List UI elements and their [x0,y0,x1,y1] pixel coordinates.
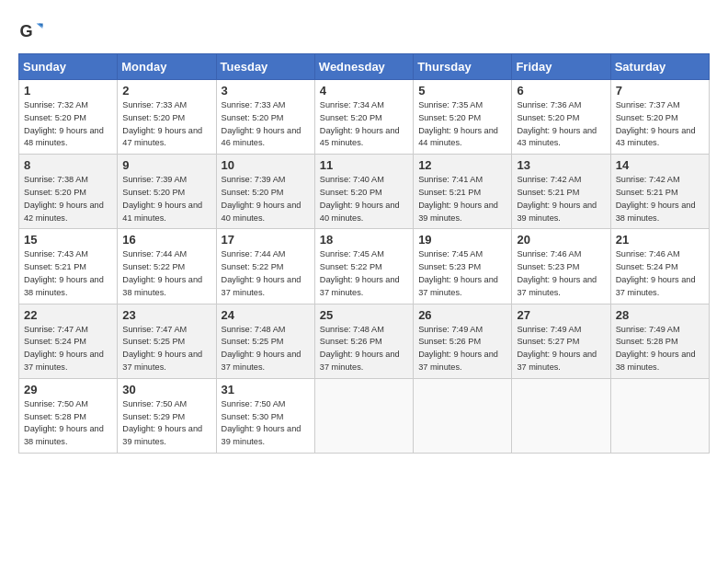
day-info: Sunrise: 7:39 AM Sunset: 5:20 PM Dayligh… [222,174,310,224]
day-number: 26 [418,308,506,322]
calendar-table: SundayMondayTuesdayWednesdayThursdayFrid… [18,53,710,454]
day-number: 6 [517,84,605,98]
weekday-header: Monday [118,54,216,80]
calendar-cell: 10 Sunrise: 7:39 AM Sunset: 5:20 PM Dayl… [216,155,314,229]
day-info: Sunrise: 7:42 AM Sunset: 5:21 PM Dayligh… [517,174,605,224]
day-number: 18 [320,233,408,247]
calendar-cell: 26 Sunrise: 7:49 AM Sunset: 5:26 PM Dayl… [414,304,512,378]
day-number: 23 [122,308,210,322]
day-info: Sunrise: 7:36 AM Sunset: 5:20 PM Dayligh… [517,99,605,150]
calendar-cell: 5 Sunrise: 7:35 AM Sunset: 5:20 PM Dayli… [414,80,512,155]
day-info: Sunrise: 7:39 AM Sunset: 5:20 PM Dayligh… [122,174,210,224]
day-number: 9 [122,158,210,172]
calendar-cell: 2 Sunrise: 7:33 AM Sunset: 5:20 PM Dayli… [118,80,216,155]
day-number: 17 [222,233,310,247]
calendar-cell: 30 Sunrise: 7:50 AM Sunset: 5:29 PM Dayl… [118,378,216,453]
calendar-cell: 29 Sunrise: 7:50 AM Sunset: 5:28 PM Dayl… [19,378,118,453]
day-info: Sunrise: 7:48 AM Sunset: 5:26 PM Dayligh… [320,324,408,374]
calendar-header-row: SundayMondayTuesdayWednesdayThursdayFrid… [19,54,710,80]
day-number: 8 [24,158,112,172]
calendar-cell: 21 Sunrise: 7:46 AM Sunset: 5:24 PM Dayl… [610,229,709,304]
calendar-cell: 12 Sunrise: 7:41 AM Sunset: 5:21 PM Dayl… [414,155,512,229]
day-info: Sunrise: 7:35 AM Sunset: 5:20 PM Dayligh… [418,99,506,150]
logo: G [18,18,48,44]
day-info: Sunrise: 7:33 AM Sunset: 5:20 PM Dayligh… [222,99,310,150]
day-number: 15 [24,233,112,247]
calendar-cell: 15 Sunrise: 7:43 AM Sunset: 5:21 PM Dayl… [19,229,118,304]
weekday-header: Thursday [414,54,512,80]
day-number: 19 [418,233,506,247]
day-info: Sunrise: 7:50 AM Sunset: 5:30 PM Dayligh… [222,398,310,449]
day-info: Sunrise: 7:49 AM Sunset: 5:27 PM Dayligh… [517,324,605,374]
day-number: 28 [616,308,704,322]
calendar-cell: 31 Sunrise: 7:50 AM Sunset: 5:30 PM Dayl… [216,378,314,453]
calendar-cell: 6 Sunrise: 7:36 AM Sunset: 5:20 PM Dayli… [512,80,610,155]
day-number: 2 [122,84,210,98]
calendar-cell: 1 Sunrise: 7:32 AM Sunset: 5:20 PM Dayli… [19,80,118,155]
calendar-cell: 3 Sunrise: 7:33 AM Sunset: 5:20 PM Dayli… [216,80,314,155]
day-info: Sunrise: 7:33 AM Sunset: 5:20 PM Dayligh… [122,99,210,150]
day-info: Sunrise: 7:45 AM Sunset: 5:23 PM Dayligh… [418,248,506,299]
day-number: 22 [24,308,112,322]
day-number: 7 [616,84,704,98]
day-info: Sunrise: 7:49 AM Sunset: 5:28 PM Dayligh… [616,324,704,374]
calendar-week-row: 8 Sunrise: 7:38 AM Sunset: 5:20 PM Dayli… [19,155,710,229]
svg-text:G: G [19,22,32,40]
calendar-cell: 24 Sunrise: 7:48 AM Sunset: 5:25 PM Dayl… [216,304,314,378]
calendar-cell: 18 Sunrise: 7:45 AM Sunset: 5:22 PM Dayl… [314,229,413,304]
day-number: 11 [320,158,408,172]
day-info: Sunrise: 7:37 AM Sunset: 5:20 PM Dayligh… [616,99,704,150]
day-info: Sunrise: 7:50 AM Sunset: 5:28 PM Dayligh… [24,398,112,449]
day-info: Sunrise: 7:49 AM Sunset: 5:26 PM Dayligh… [418,324,506,374]
day-number: 14 [616,158,704,172]
day-info: Sunrise: 7:47 AM Sunset: 5:25 PM Dayligh… [122,324,210,374]
day-info: Sunrise: 7:47 AM Sunset: 5:24 PM Dayligh… [24,324,112,374]
day-info: Sunrise: 7:46 AM Sunset: 5:24 PM Dayligh… [616,248,704,299]
calendar-cell: 4 Sunrise: 7:34 AM Sunset: 5:20 PM Dayli… [314,80,413,155]
day-number: 10 [222,158,310,172]
calendar-cell: 23 Sunrise: 7:47 AM Sunset: 5:25 PM Dayl… [118,304,216,378]
day-info: Sunrise: 7:38 AM Sunset: 5:20 PM Dayligh… [24,174,112,224]
day-number: 29 [24,383,112,396]
calendar-cell: 27 Sunrise: 7:49 AM Sunset: 5:27 PM Dayl… [512,304,610,378]
calendar-cell [314,378,413,453]
day-number: 4 [320,84,408,98]
calendar-cell: 8 Sunrise: 7:38 AM Sunset: 5:20 PM Dayli… [19,155,118,229]
calendar-cell: 22 Sunrise: 7:47 AM Sunset: 5:24 PM Dayl… [19,304,118,378]
day-number: 3 [222,84,310,98]
calendar-week-row: 1 Sunrise: 7:32 AM Sunset: 5:20 PM Dayli… [19,80,710,155]
calendar-cell: 20 Sunrise: 7:46 AM Sunset: 5:23 PM Dayl… [512,229,610,304]
day-number: 1 [24,84,112,98]
weekday-header: Wednesday [314,54,413,80]
weekday-header: Saturday [610,54,709,80]
calendar-week-row: 15 Sunrise: 7:43 AM Sunset: 5:21 PM Dayl… [19,229,710,304]
day-info: Sunrise: 7:46 AM Sunset: 5:23 PM Dayligh… [517,248,605,299]
day-number: 20 [517,233,605,247]
calendar-cell: 17 Sunrise: 7:44 AM Sunset: 5:22 PM Dayl… [216,229,314,304]
calendar-cell [512,378,610,453]
weekday-header: Tuesday [216,54,314,80]
day-info: Sunrise: 7:42 AM Sunset: 5:21 PM Dayligh… [616,174,704,224]
day-info: Sunrise: 7:34 AM Sunset: 5:20 PM Dayligh… [320,99,408,150]
day-info: Sunrise: 7:45 AM Sunset: 5:22 PM Dayligh… [320,248,408,299]
page-header: G [18,18,710,44]
weekday-header: Friday [512,54,610,80]
calendar-cell: 7 Sunrise: 7:37 AM Sunset: 5:20 PM Dayli… [610,80,709,155]
day-info: Sunrise: 7:43 AM Sunset: 5:21 PM Dayligh… [24,248,112,299]
calendar-cell: 9 Sunrise: 7:39 AM Sunset: 5:20 PM Dayli… [118,155,216,229]
day-number: 21 [616,233,704,247]
calendar-cell: 25 Sunrise: 7:48 AM Sunset: 5:26 PM Dayl… [314,304,413,378]
day-number: 16 [122,233,210,247]
calendar-cell: 28 Sunrise: 7:49 AM Sunset: 5:28 PM Dayl… [610,304,709,378]
weekday-header: Sunday [19,54,118,80]
calendar-cell [414,378,512,453]
day-info: Sunrise: 7:50 AM Sunset: 5:29 PM Dayligh… [122,398,210,449]
calendar-week-row: 29 Sunrise: 7:50 AM Sunset: 5:28 PM Dayl… [19,378,710,453]
day-info: Sunrise: 7:32 AM Sunset: 5:20 PM Dayligh… [24,99,112,150]
calendar-cell: 11 Sunrise: 7:40 AM Sunset: 5:20 PM Dayl… [314,155,413,229]
day-number: 31 [222,383,310,396]
day-number: 30 [122,383,210,396]
day-info: Sunrise: 7:40 AM Sunset: 5:20 PM Dayligh… [320,174,408,224]
logo-icon: G [18,18,44,44]
calendar-cell: 19 Sunrise: 7:45 AM Sunset: 5:23 PM Dayl… [414,229,512,304]
